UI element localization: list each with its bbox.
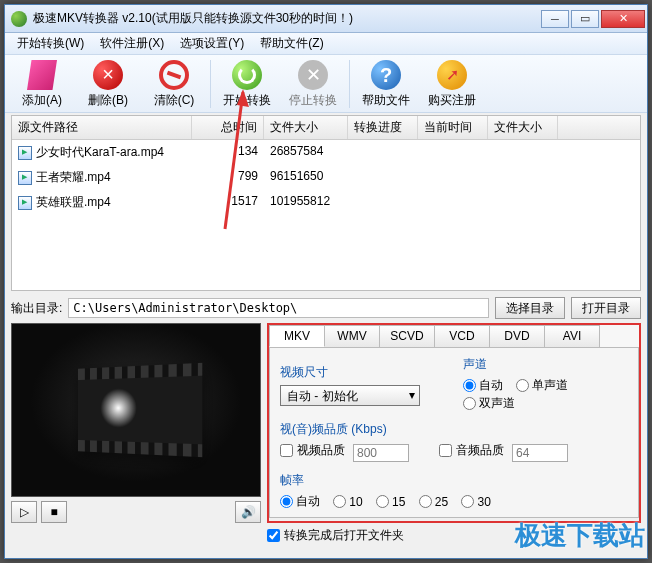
file-list: 源文件路径 总时间 文件大小 转换进度 当前时间 文件大小 少女时代KaraT-…	[11, 115, 641, 291]
list-item[interactable]: 少女时代KaraT-ara.mp4 134 26857584	[12, 140, 640, 165]
file-icon	[18, 146, 32, 160]
audio-mono-radio[interactable]: 单声道	[516, 377, 568, 394]
video-size-select[interactable]: 自动 - 初始化	[280, 385, 420, 406]
col-current[interactable]: 当前时间	[418, 116, 488, 139]
play-button[interactable]: ▷	[11, 501, 37, 523]
video-quality-check[interactable]: 视频品质	[280, 442, 345, 459]
start-icon	[232, 60, 262, 90]
fps-label: 帧率	[280, 472, 628, 489]
open-dir-button[interactable]: 打开目录	[571, 297, 641, 319]
fps-30-radio[interactable]: 30	[461, 495, 490, 509]
clear-icon	[159, 60, 189, 90]
volume-button[interactable]: 🔊	[235, 501, 261, 523]
minimize-button[interactable]: ─	[541, 10, 569, 28]
window-title: 极速MKV转换器 v2.10(试用版只能转换源文件30秒的时间！)	[33, 10, 539, 27]
settings-panel: MKV WMV SCVD VCD DVD AVI 视频尺寸 自动 - 初始化 声…	[267, 323, 641, 523]
tab-vcd[interactable]: VCD	[434, 325, 490, 347]
titlebar: 极速MKV转换器 v2.10(试用版只能转换源文件30秒的时间！) ─ ▭ ✕	[5, 5, 647, 33]
audio-channel-label: 声道	[463, 356, 628, 373]
toolbar-separator	[349, 60, 350, 108]
add-icon	[27, 60, 57, 90]
col-fsize[interactable]: 文件大小	[488, 116, 558, 139]
audio-auto-radio[interactable]: 自动	[463, 377, 503, 394]
add-button[interactable]: 添加(A)	[9, 58, 75, 109]
tab-dvd[interactable]: DVD	[489, 325, 545, 347]
menu-options[interactable]: 选项设置(Y)	[172, 33, 252, 54]
tab-avi[interactable]: AVI	[544, 325, 600, 347]
audio-quality-check[interactable]: 音频品质	[439, 442, 504, 459]
col-progress[interactable]: 转换进度	[348, 116, 418, 139]
tab-body: 视频尺寸 自动 - 初始化 声道 自动 单声道 双声道 视(音)频品质 (Kbp…	[269, 347, 639, 518]
fps-25-radio[interactable]: 25	[419, 495, 448, 509]
delete-icon	[93, 60, 123, 90]
start-convert-button[interactable]: 开始转换	[214, 58, 280, 109]
menu-help[interactable]: 帮助文件(Z)	[252, 33, 331, 54]
col-size[interactable]: 文件大小	[264, 116, 348, 139]
film-icon	[78, 363, 202, 457]
fps-auto-radio[interactable]: 自动	[280, 493, 320, 510]
output-label: 输出目录:	[11, 300, 62, 317]
help-icon	[371, 60, 401, 90]
app-window: 极速MKV转换器 v2.10(试用版只能转换源文件30秒的时间！) ─ ▭ ✕ …	[4, 4, 648, 559]
fps-15-radio[interactable]: 15	[376, 495, 405, 509]
list-item[interactable]: 英雄联盟.mp4 1517 101955812	[12, 190, 640, 215]
list-item[interactable]: 王者荣耀.mp4 799 96151650	[12, 165, 640, 190]
help-button[interactable]: 帮助文件	[353, 58, 419, 109]
fps-10-radio[interactable]: 10	[333, 495, 362, 509]
buy-button[interactable]: 购买注册	[419, 58, 485, 109]
close-button[interactable]: ✕	[601, 10, 645, 28]
audio-quality-input[interactable]	[512, 444, 568, 462]
stop-icon	[298, 60, 328, 90]
menu-register[interactable]: 软件注册(X)	[92, 33, 172, 54]
tab-mkv[interactable]: MKV	[269, 325, 325, 347]
format-tabs: MKV WMV SCVD VCD DVD AVI	[269, 325, 639, 347]
delete-button[interactable]: 删除(B)	[75, 58, 141, 109]
stop-playback-button[interactable]: ■	[41, 501, 67, 523]
select-dir-button[interactable]: 选择目录	[495, 297, 565, 319]
file-icon	[18, 171, 32, 185]
output-path[interactable]: C:\Users\Administrator\Desktop\	[68, 298, 489, 318]
quality-label: 视(音)频品质 (Kbps)	[280, 421, 628, 438]
buy-icon	[437, 60, 467, 90]
audio-stereo-radio[interactable]: 双声道	[463, 395, 515, 412]
tab-scvd[interactable]: SCVD	[379, 325, 435, 347]
list-header: 源文件路径 总时间 文件大小 转换进度 当前时间 文件大小	[12, 116, 640, 140]
menubar: 开始转换(W) 软件注册(X) 选项设置(Y) 帮助文件(Z)	[5, 33, 647, 55]
stop-convert-button[interactable]: 停止转换	[280, 58, 346, 109]
tab-wmv[interactable]: WMV	[324, 325, 380, 347]
video-size-label: 视频尺寸	[280, 364, 445, 381]
preview-controls: ▷ ■ 🔊	[11, 501, 261, 523]
video-quality-input[interactable]	[353, 444, 409, 462]
col-time[interactable]: 总时间	[192, 116, 264, 139]
open-after-check[interactable]: 转换完成后打开文件夹	[267, 527, 404, 544]
maximize-button[interactable]: ▭	[571, 10, 599, 28]
toolbar-separator	[210, 60, 211, 108]
preview-screen	[11, 323, 261, 497]
preview-pane: ▷ ■ 🔊	[11, 323, 261, 523]
app-icon	[11, 11, 27, 27]
toolbar: 添加(A) 删除(B) 清除(C) 开始转换 停止转换 帮助文件 购买注册	[5, 55, 647, 113]
clear-button[interactable]: 清除(C)	[141, 58, 207, 109]
menu-start[interactable]: 开始转换(W)	[9, 33, 92, 54]
file-icon	[18, 196, 32, 210]
col-path[interactable]: 源文件路径	[12, 116, 192, 139]
output-row: 输出目录: C:\Users\Administrator\Desktop\ 选择…	[11, 297, 641, 319]
bottom-row: 转换完成后打开文件夹	[11, 527, 641, 544]
